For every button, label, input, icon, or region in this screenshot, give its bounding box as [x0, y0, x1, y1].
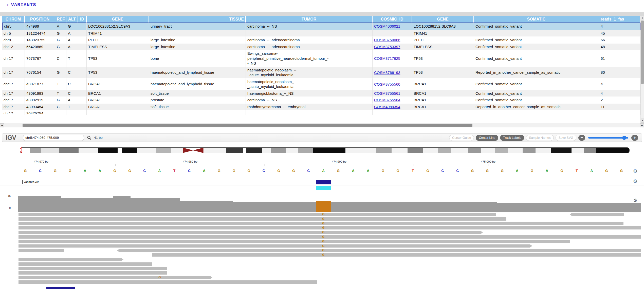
cell-tumor[interactable]	[246, 30, 373, 37]
cell-gene2[interactable]: TP53	[412, 67, 474, 79]
column-header-gene[interactable]: GENE	[87, 16, 149, 23]
cell-somatic[interactable]: Confirmed_somatic_variant	[474, 23, 599, 30]
variants-track-label[interactable]: variants.vcf	[22, 180, 40, 184]
column-header-alt[interactable]: ALT	[66, 16, 78, 23]
cell-gene2[interactable]: BRCA1	[412, 79, 474, 90]
cell-cosmic_id[interactable]	[373, 110, 412, 115]
cosmic-link[interactable]: COSM3766193	[374, 70, 400, 75]
cell-chrom[interactable]: chr5	[2, 30, 25, 37]
cell-position[interactable]: 474989	[25, 23, 55, 30]
cell-alt[interactable]: A	[66, 44, 78, 50]
cell-tissue[interactable]: urinary_tract	[149, 23, 246, 30]
coverage-bar[interactable]	[113, 196, 131, 212]
cell-gene2[interactable]: PLEC	[412, 37, 474, 44]
cell-position[interactable]: 43092919	[25, 97, 55, 104]
cell-ref[interactable]	[55, 110, 66, 115]
coverage-bar[interactable]	[61, 198, 113, 212]
read[interactable]	[570, 213, 624, 216]
coverage-variant-bar[interactable]	[316, 201, 331, 212]
toggle-button-cursor-guide[interactable]: Cursor Guide	[449, 135, 474, 141]
cell-chrom[interactable]: chr5	[2, 23, 25, 30]
cell-ref[interactable]: C	[55, 50, 66, 67]
alignment-track-gear-icon[interactable]: ⚙	[633, 198, 637, 203]
cell-id[interactable]	[78, 67, 87, 79]
cell-somatic[interactable]	[474, 30, 599, 37]
cell-chrom[interactable]: chr12	[2, 44, 25, 50]
cell-chrom[interactable]: chr17	[2, 79, 25, 90]
scroll-down-button[interactable]: ▼	[641, 119, 644, 123]
read[interactable]	[19, 213, 496, 216]
coverage-bar[interactable]	[180, 201, 233, 212]
column-header-id[interactable]: ID	[78, 16, 87, 23]
scroll-right-button[interactable]: ▶	[640, 123, 644, 127]
cell-reads[interactable]	[599, 110, 640, 115]
cell-position[interactable]: 43071077	[25, 79, 55, 90]
cell-ref[interactable]: T	[55, 90, 66, 97]
cell-ref[interactable]: G	[55, 30, 66, 37]
read[interactable]	[19, 235, 641, 239]
locus-input[interactable]	[23, 135, 84, 141]
variants-track-gear-icon[interactable]: ⚙	[633, 178, 637, 184]
cell-reads[interactable]: 4	[599, 79, 640, 90]
cell-tissue[interactable]: soft_tissue	[149, 90, 246, 97]
cell-alt[interactable]: A	[66, 37, 78, 44]
cell-alt[interactable]: G	[66, 23, 78, 30]
read[interactable]	[19, 280, 317, 284]
toggle-button-center-line[interactable]: Center Line	[476, 135, 498, 141]
cell-tumor[interactable]: Ewings_sarcoma- peripheral_primitive_neu…	[246, 50, 373, 67]
cell-position[interactable]: 43091983	[25, 90, 55, 97]
cell-id[interactable]	[78, 44, 87, 50]
cell-id[interactable]	[78, 90, 87, 97]
vertical-scroll-thumb[interactable]	[641, 21, 644, 84]
cell-tumor[interactable]: haemangioblastoma_--_NS	[246, 90, 373, 97]
cell-chrom[interactable]: chr17	[2, 97, 25, 104]
cell-gene[interactable]: TP53	[87, 67, 149, 79]
cell-tumor[interactable]	[246, 110, 373, 115]
read[interactable]	[19, 258, 123, 261]
cell-cosmic_id[interactable]: COSM3750086	[373, 37, 412, 44]
cell-ref[interactable]: G	[55, 37, 66, 44]
cell-id[interactable]	[78, 110, 87, 115]
column-header-cosmic_id[interactable]: COSMIC_ID	[373, 16, 412, 23]
cell-gene[interactable]: PLEC	[87, 37, 149, 44]
cell-id[interactable]	[78, 23, 87, 30]
read[interactable]	[117, 249, 641, 252]
cosmic-link[interactable]: COSM3717625	[374, 56, 400, 61]
cell-gene[interactable]: BRCA1	[87, 97, 149, 104]
table-row[interactable]: chr177673767CTTP53boneEwings_sarcoma- pe…	[2, 50, 640, 67]
cell-chrom[interactable]: chr17	[2, 104, 25, 110]
cell-ref[interactable]: G	[55, 97, 66, 104]
cell-chrom[interactable]: chr17	[2, 110, 25, 115]
read[interactable]	[19, 276, 212, 279]
cell-gene[interactable]: TRIM41	[87, 30, 149, 37]
read[interactable]	[19, 231, 483, 234]
table-row[interactable]: chr1256420869GATIMELESSlarge_intestineca…	[2, 44, 640, 50]
sequence-track-gear-icon[interactable]: ⚙	[633, 168, 637, 174]
cell-position[interactable]: 7676154	[25, 67, 55, 79]
table-row[interactable]: chr5474989AGLOC100288152,SLC9A3urinary_t…	[2, 23, 640, 30]
coverage-bar[interactable]	[131, 198, 180, 212]
coverage-bar[interactable]	[18, 196, 61, 212]
cell-somatic[interactable]: Confirmed_somatic_variant	[474, 37, 599, 44]
cell-id[interactable]	[78, 97, 87, 104]
cell-tumor[interactable]: rhabdomyosarcoma_--_embryonal	[246, 104, 373, 110]
cell-tissue[interactable]: prostate	[149, 97, 246, 104]
cell-gene2[interactable]: TIMELESS	[412, 44, 474, 50]
cell-somatic[interactable]: Confirmed_somatic_variant	[474, 90, 599, 97]
cell-tissue[interactable]: soft_tissue	[149, 104, 246, 110]
cell-chrom[interactable]: chr17	[2, 90, 25, 97]
column-header-ref[interactable]: REF	[55, 16, 66, 23]
cell-gene[interactable]	[87, 110, 149, 115]
variants-section-header[interactable]: ▾ VARIANTS	[7, 2, 36, 8]
chromosome-ideogram[interactable]	[20, 147, 630, 153]
column-header-chrom[interactable]: CHROM	[2, 16, 25, 23]
cell-gene[interactable]: TP53	[87, 50, 149, 67]
table-row[interactable]: chr8143923759GAPLEClarge_intestinecarcin…	[2, 37, 640, 44]
cell-alt[interactable]: C	[66, 79, 78, 90]
cell-tissue[interactable]	[149, 110, 246, 115]
cell-gene2[interactable]: BRCA1	[412, 90, 474, 97]
cell-tissue[interactable]: haematopoietic_and_lymphoid_tissue	[149, 67, 246, 79]
cell-ref[interactable]: A	[55, 23, 66, 30]
table-row[interactable]: chr177676154GCTP53haematopoietic_and_lym…	[2, 67, 640, 79]
cell-somatic[interactable]: Reported_in_another_cancer_sample_as_som…	[474, 104, 599, 110]
